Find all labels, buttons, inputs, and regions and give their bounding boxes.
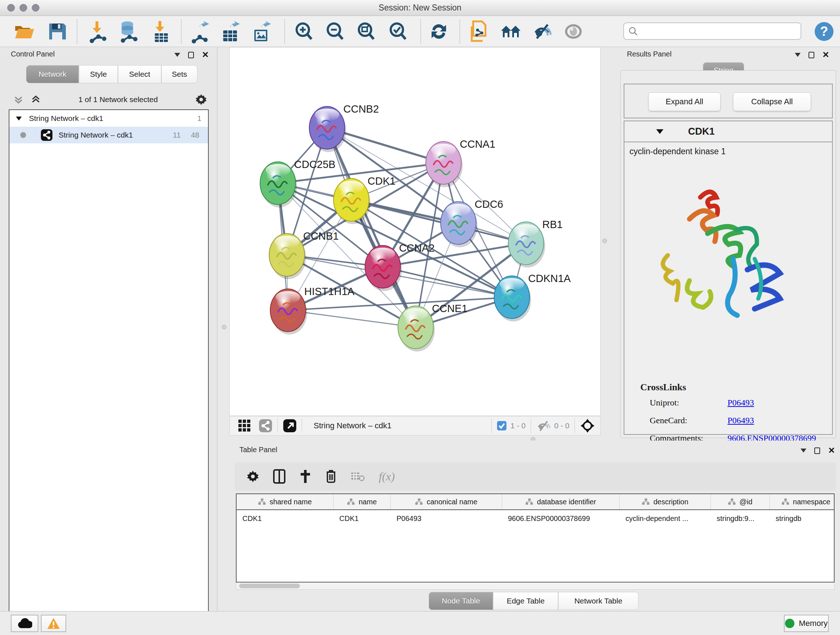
collection-expand-icon[interactable] [16, 117, 22, 120]
zoom-out-button[interactable] [324, 21, 346, 42]
duplicate-network-button[interactable] [469, 21, 490, 42]
function-builder-icon[interactable]: f(x) [379, 470, 395, 483]
table-cell[interactable]: CDK1 [333, 510, 391, 527]
clear-table-icon[interactable] [351, 471, 365, 482]
refresh-button[interactable] [428, 21, 450, 42]
float-panel-icon[interactable] [814, 448, 820, 454]
export-network-button[interactable] [188, 21, 210, 42]
node-CDKN1A[interactable]: CDKN1A [494, 272, 571, 321]
node-CCNA2[interactable]: CCNA2 [365, 242, 434, 291]
table-row[interactable]: CDK1CDK1P064939606.ENSP00000378699cyclin… [237, 510, 834, 527]
export-table-icon [221, 21, 240, 42]
export-image-button[interactable] [251, 21, 272, 42]
node-HIST1H1A[interactable]: HIST1H1A [270, 286, 355, 334]
gear-icon[interactable] [195, 93, 207, 106]
node-CCNE1[interactable]: CCNE1 [398, 302, 467, 352]
panel-menu-icon[interactable] [795, 53, 801, 57]
float-panel-icon[interactable] [188, 52, 194, 58]
search-input[interactable] [638, 24, 801, 38]
import-network-database-button[interactable] [118, 21, 139, 42]
hide-glasses-button[interactable] [531, 21, 553, 42]
tab-network[interactable]: Network [26, 65, 79, 83]
string-home-button[interactable] [500, 21, 522, 42]
table-cell[interactable]: cyclin-dependent ... [620, 510, 711, 527]
column-header--id[interactable]: @id [711, 494, 770, 509]
node-CDC6[interactable]: CDC6 [441, 198, 503, 247]
grid-view-icon[interactable] [238, 419, 251, 432]
scrollbar-thumb[interactable] [239, 584, 300, 588]
tab-select[interactable]: Select [118, 65, 161, 83]
edge-CCNB2-CCNE1[interactable] [327, 128, 416, 327]
open-in-window-icon[interactable] [283, 419, 297, 432]
collection-count: 1 [197, 114, 202, 123]
zoom-selected-button[interactable] [387, 21, 409, 42]
import-network-file-button[interactable] [87, 21, 109, 42]
panel-menu-icon[interactable] [174, 53, 180, 57]
add-column-icon[interactable] [299, 469, 311, 484]
panel-menu-icon[interactable] [801, 448, 806, 453]
network-view-icon[interactable] [259, 419, 272, 432]
collapse-section-icon[interactable] [656, 129, 663, 134]
import-table-button[interactable] [150, 21, 172, 42]
table-cell[interactable]: CDK1 [237, 510, 333, 527]
hide-glasses-icon [532, 22, 552, 41]
right-splitter-handle[interactable] [602, 239, 607, 243]
table-cell[interactable]: 9606.ENSP00000378699 [502, 510, 620, 527]
close-panel-icon[interactable]: ✕ [822, 51, 829, 59]
network-edges [278, 128, 526, 327]
network-collection-row[interactable]: String Network – cdk1 1 [9, 110, 208, 127]
column-header-namespace[interactable]: namespace [770, 494, 835, 509]
expand-all-icon[interactable] [30, 94, 41, 105]
table-cell[interactable]: P06493 [391, 510, 502, 527]
column-header-description[interactable]: description [620, 494, 711, 509]
hidden-eye-icon[interactable] [536, 420, 551, 432]
gear-icon[interactable] [246, 470, 259, 483]
columns-icon[interactable] [273, 469, 286, 484]
column-header-shared-name[interactable]: shared name [237, 494, 333, 509]
open-session-button[interactable] [14, 21, 35, 42]
column-header-database-identifier[interactable]: database identifier [502, 494, 620, 509]
tab-edge-table[interactable]: Edge Table [493, 592, 558, 610]
export-table-button[interactable] [219, 21, 241, 42]
show-eye-button[interactable] [562, 21, 584, 42]
node-CDK1[interactable]: CDK1 [333, 175, 395, 224]
node-CCNB1[interactable]: CCNB1 [269, 230, 339, 279]
gene-section-header[interactable]: CDK1 [624, 121, 832, 142]
float-panel-icon[interactable] [808, 52, 814, 58]
column-header-name[interactable]: name [333, 494, 391, 509]
zoom-in-button[interactable] [293, 21, 315, 42]
zoom-fit-button[interactable] [355, 21, 377, 42]
node-RB1[interactable]: RB1 [508, 219, 562, 268]
save-session-button[interactable] [46, 21, 68, 42]
table-cell[interactable]: stringdb:9... [711, 510, 770, 527]
table-cell[interactable]: stringdb [770, 510, 835, 527]
tab-style[interactable]: Style [79, 65, 118, 83]
tab-network-table[interactable]: Network Table [558, 592, 638, 610]
toolbar-separator [459, 19, 460, 43]
network-row[interactable]: String Network – cdk1 11 48 [9, 127, 208, 143]
warning-button[interactable] [41, 615, 66, 632]
memory-button[interactable]: Memory [784, 615, 829, 632]
tab-node-table[interactable]: Node Table [429, 592, 493, 610]
delete-column-icon[interactable] [325, 469, 337, 484]
tab-sets[interactable]: Sets [161, 65, 197, 83]
left-splitter-handle[interactable] [222, 325, 226, 329]
table-horizontal-scrollbar[interactable] [236, 583, 835, 590]
network-graph[interactable]: CCNB2CCNA1CDC25BCDK1CDC6RB1CCNB1CCNA2CDK… [230, 48, 600, 416]
expand-all-button[interactable]: Expand All [648, 92, 721, 111]
selected-checkbox-icon[interactable] [497, 421, 507, 431]
cloud-status-button[interactable] [11, 615, 38, 632]
collapse-all-icon[interactable] [13, 94, 24, 105]
help-button[interactable]: ? [813, 21, 835, 42]
node-CCNB2[interactable]: CCNB2 [309, 103, 379, 152]
close-panel-icon[interactable]: ✕ [828, 447, 835, 455]
birds-eye-icon[interactable] [580, 418, 595, 433]
network-list: String Network – cdk1 1 String Network –… [9, 109, 209, 614]
collapse-all-button[interactable]: Collapse All [733, 92, 811, 111]
crosslink-link[interactable]: P06493 [728, 416, 754, 425]
close-panel-icon[interactable]: ✕ [202, 51, 209, 59]
column-header-canonical-name[interactable]: canonical name [391, 494, 502, 509]
crosslink-link[interactable]: P06493 [728, 398, 754, 408]
node-CDC25B[interactable]: CDC25B [260, 158, 335, 207]
network-canvas[interactable]: CCNB2CCNA1CDC25BCDK1CDC6RB1CCNB1CCNA2CDK… [229, 47, 600, 416]
